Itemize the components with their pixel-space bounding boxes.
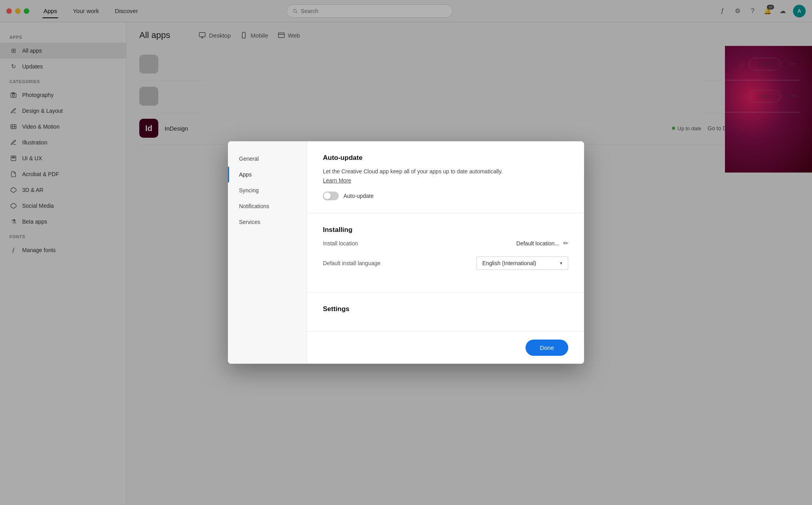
auto-update-description: Let the Creative Cloud app keep all of y… bbox=[323, 167, 568, 176]
auto-update-section: Auto-update Let the Creative Cloud app k… bbox=[307, 141, 584, 213]
auto-update-toggle[interactable] bbox=[323, 192, 339, 200]
language-label: Default install language bbox=[323, 260, 381, 266]
modal-nav-services[interactable]: Services bbox=[228, 214, 307, 230]
language-row: Default install language English (Intern… bbox=[323, 256, 568, 270]
modal-content-scroll[interactable]: Auto-update Let the Creative Cloud app k… bbox=[307, 141, 584, 331]
installing-title: Installing bbox=[323, 226, 568, 234]
preferences-modal: General Apps Syncing Notifications Servi… bbox=[228, 141, 584, 364]
install-location-label: Install location bbox=[323, 240, 358, 247]
modal-nav-apps[interactable]: Apps bbox=[228, 167, 307, 182]
auto-update-toggle-label: Auto-update bbox=[343, 193, 374, 199]
modal-nav-syncing[interactable]: Syncing bbox=[228, 182, 307, 198]
language-dropdown[interactable]: English (International) ▾ bbox=[476, 256, 568, 270]
modal-sidebar: General Apps Syncing Notifications Servi… bbox=[228, 141, 307, 364]
install-location-value: Default location... ✏ bbox=[516, 239, 568, 247]
chevron-down-icon: ▾ bbox=[560, 260, 562, 266]
settings-title: Settings bbox=[323, 305, 568, 313]
install-location-path: Default location... bbox=[516, 240, 559, 247]
learn-more-link[interactable]: Learn More bbox=[323, 177, 568, 184]
edit-location-icon[interactable]: ✏ bbox=[563, 239, 568, 247]
settings-section: Settings bbox=[307, 292, 584, 331]
toggle-knob bbox=[324, 192, 331, 199]
modal-nav-notifications[interactable]: Notifications bbox=[228, 198, 307, 214]
auto-update-toggle-row: Auto-update bbox=[323, 192, 568, 200]
done-button[interactable]: Done bbox=[526, 340, 568, 356]
modal-nav-general[interactable]: General bbox=[228, 151, 307, 167]
auto-update-title: Auto-update bbox=[323, 154, 568, 162]
installing-section: Installing Install location Default loca… bbox=[307, 213, 584, 292]
modal-body: Auto-update Let the Creative Cloud app k… bbox=[307, 141, 584, 364]
language-value: English (International) bbox=[482, 260, 536, 266]
install-location-row: Install location Default location... ✏ bbox=[323, 239, 568, 247]
modal-footer: Done bbox=[307, 331, 584, 364]
